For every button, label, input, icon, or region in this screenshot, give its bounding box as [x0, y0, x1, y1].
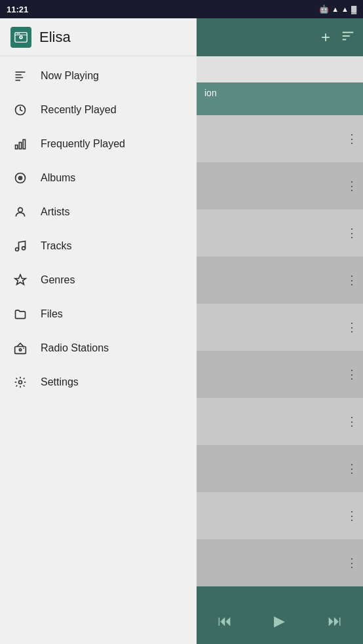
battery-icon: ▓ — [351, 5, 356, 13]
svg-rect-15 — [19, 143, 21, 149]
svg-line-33 — [16, 385, 18, 387]
svg-line-32 — [24, 385, 25, 387]
list-item: ⋮ — [197, 398, 363, 445]
sidebar-item-label: Recently Played — [41, 104, 117, 116]
player-bar: ⏮ ▶ ⏭ — [197, 598, 363, 644]
svg-point-5 — [20, 37, 22, 38]
list-item: ⋮ — [197, 209, 363, 257]
sidebar-item-radio-stations[interactable]: Radio Stations — [0, 331, 197, 365]
right-toolbar: + — [197, 18, 363, 56]
frequently-played-icon — [13, 137, 28, 151]
list-item: ⋮ — [197, 257, 363, 304]
sort-button[interactable] — [341, 29, 355, 46]
list-item: ⋮ — [197, 445, 363, 492]
sidebar-item-genres[interactable]: Genres — [0, 263, 197, 297]
content-header-text: ion — [197, 82, 363, 103]
now-playing-icon — [13, 69, 28, 83]
sidebar-item-tracks[interactable]: Tracks — [0, 229, 197, 263]
navigation-drawer: Elisa Now Playing Rec — [0, 18, 197, 644]
item-menu-button[interactable]: ⋮ — [346, 321, 358, 333]
sidebar-item-label: Albums — [41, 172, 75, 184]
signal-icon: ▲ — [341, 5, 349, 13]
app-title: Elisa — [39, 29, 71, 46]
prev-button[interactable]: ⏮ — [218, 613, 232, 630]
item-menu-button[interactable]: ⋮ — [346, 510, 358, 522]
svg-line-31 — [16, 378, 18, 380]
files-icon — [13, 307, 28, 321]
svg-point-8 — [18, 33, 20, 34]
sidebar-item-label: Now Playing — [41, 70, 99, 82]
list-item: ⋮ — [197, 492, 363, 539]
svg-line-34 — [24, 378, 25, 380]
list-item: ⋮ — [197, 351, 363, 398]
sidebar-item-label: Settings — [41, 376, 79, 388]
recently-played-icon — [13, 103, 28, 117]
list-item: ⋮ — [197, 304, 363, 351]
status-time: 11:21 — [7, 5, 28, 14]
item-menu-button[interactable]: ⋮ — [346, 180, 358, 192]
svg-point-24 — [19, 349, 21, 351]
item-menu-button[interactable]: ⋮ — [346, 416, 358, 427]
right-search-bar — [197, 56, 363, 82]
sidebar-item-label: Radio Stations — [41, 342, 109, 354]
svg-point-21 — [16, 248, 19, 251]
svg-point-26 — [19, 381, 22, 384]
sidebar-item-now-playing[interactable]: Now Playing — [0, 59, 197, 93]
svg-rect-14 — [16, 145, 18, 149]
sidebar-item-label: Artists — [41, 206, 69, 218]
status-icons: 🤖 ▲ ▲ ▓ — [319, 5, 356, 14]
svg-rect-23 — [15, 347, 26, 354]
item-menu-button[interactable]: ⋮ — [346, 227, 358, 239]
svg-rect-16 — [23, 139, 25, 149]
item-menu-button[interactable]: ⋮ — [346, 557, 358, 569]
app-header: Elisa — [0, 18, 197, 56]
sidebar-item-frequently-played[interactable]: Frequently Played — [0, 127, 197, 161]
item-menu-button[interactable]: ⋮ — [346, 463, 358, 474]
item-menu-button[interactable]: ⋮ — [346, 133, 358, 145]
wifi-icon: ▲ — [332, 5, 339, 13]
tracks-icon — [13, 239, 28, 253]
sidebar-item-label: Frequently Played — [41, 138, 125, 150]
svg-point-19 — [20, 177, 21, 179]
right-content-header: ion — [197, 82, 363, 115]
genres-icon — [13, 273, 28, 287]
sidebar-item-label: Tracks — [41, 240, 71, 252]
artists-icon — [13, 205, 28, 219]
svg-point-22 — [22, 247, 26, 250]
item-menu-button[interactable]: ⋮ — [346, 274, 358, 286]
list-item: ⋮ — [197, 539, 363, 586]
albums-icon — [13, 171, 28, 185]
sidebar-item-settings[interactable]: Settings — [0, 365, 197, 399]
sidebar-item-artists[interactable]: Artists — [0, 195, 197, 229]
list-item: ⋮ — [197, 162, 363, 209]
app-logo — [10, 27, 31, 48]
item-menu-button[interactable]: ⋮ — [346, 368, 358, 380]
next-button[interactable]: ⏭ — [328, 613, 342, 630]
svg-point-7 — [17, 33, 18, 34]
right-list: ⋮ ⋮ ⋮ ⋮ ⋮ ⋮ ⋮ ⋮ ⋮ ⋮ — [197, 115, 363, 598]
add-button[interactable]: + — [321, 28, 330, 46]
sidebar-item-label: Genres — [41, 274, 75, 286]
radio-stations-icon — [13, 341, 28, 355]
sidebar-item-recently-played[interactable]: Recently Played — [0, 93, 197, 127]
sidebar-item-label: Files — [41, 308, 63, 320]
play-button[interactable]: ▶ — [274, 613, 285, 630]
android-icon: 🤖 — [319, 5, 329, 14]
list-item: ⋮ — [197, 115, 363, 162]
sidebar-item-files[interactable]: Files — [0, 297, 197, 331]
sidebar-item-albums[interactable]: Albums — [0, 161, 197, 195]
status-bar: 11:21 🤖 ▲ ▲ ▓ — [0, 0, 363, 18]
svg-point-20 — [18, 207, 23, 212]
settings-icon — [13, 375, 28, 389]
nav-menu: Now Playing Recently Played Frequentl — [0, 56, 197, 644]
